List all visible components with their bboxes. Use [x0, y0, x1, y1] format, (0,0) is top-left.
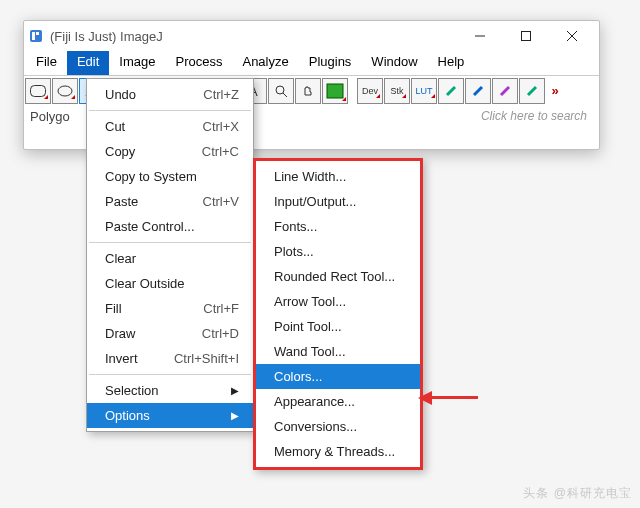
options-point-tool[interactable]: Point Tool...	[256, 314, 420, 339]
options-input-output[interactable]: Input/Output...	[256, 189, 420, 214]
menu-plugins[interactable]: Plugins	[299, 51, 362, 75]
tool-zoom[interactable]	[268, 78, 294, 104]
menu-item-clear-outside[interactable]: Clear Outside	[87, 271, 253, 296]
options-dropdown: Line Width... Input/Output... Fonts... P…	[253, 158, 423, 470]
tool-brush-3[interactable]	[492, 78, 518, 104]
options-arrow-tool[interactable]: Arrow Tool...	[256, 289, 420, 314]
menu-separator	[89, 110, 251, 111]
menu-item-paste[interactable]: PasteCtrl+V	[87, 189, 253, 214]
menu-item-fill[interactable]: FillCtrl+F	[87, 296, 253, 321]
menu-item-clear[interactable]: Clear	[87, 246, 253, 271]
fiji-app-icon	[28, 28, 44, 44]
search-hint[interactable]: Click here to search	[481, 109, 587, 123]
options-rounded-rect[interactable]: Rounded Rect Tool...	[256, 264, 420, 289]
menu-separator	[89, 374, 251, 375]
toolbar-more-icon[interactable]: »	[546, 83, 564, 98]
tool-rectangle[interactable]	[25, 78, 51, 104]
svg-rect-4	[522, 32, 531, 41]
svg-line-22	[501, 87, 509, 95]
tool-hand[interactable]	[295, 78, 321, 104]
menubar: File Edit Image Process Analyze Plugins …	[24, 51, 599, 75]
svg-rect-0	[30, 30, 42, 42]
svg-line-21	[474, 87, 482, 95]
options-line-width[interactable]: Line Width...	[256, 164, 420, 189]
menu-image[interactable]: Image	[109, 51, 165, 75]
menu-process[interactable]: Process	[166, 51, 233, 75]
svg-point-8	[58, 86, 72, 96]
tool-stk[interactable]: Stk	[384, 78, 410, 104]
edit-dropdown: UndoCtrl+Z CutCtrl+X CopyCtrl+C Copy to …	[86, 78, 254, 432]
titlebar: (Fiji Is Just) ImageJ	[24, 21, 599, 51]
submenu-caret-icon: ▶	[231, 410, 239, 421]
window-title: (Fiji Is Just) ImageJ	[50, 29, 457, 44]
tool-color-picker[interactable]	[322, 78, 348, 104]
maximize-button[interactable]	[503, 21, 549, 51]
menu-item-undo[interactable]: UndoCtrl+Z	[87, 82, 253, 107]
options-conversions[interactable]: Conversions...	[256, 414, 420, 439]
menu-item-draw[interactable]: DrawCtrl+D	[87, 321, 253, 346]
menu-item-cut[interactable]: CutCtrl+X	[87, 114, 253, 139]
menu-edit[interactable]: Edit	[67, 51, 109, 75]
annotation-arrow-icon	[418, 391, 478, 405]
tool-dev[interactable]: Dev	[357, 78, 383, 104]
options-fonts[interactable]: Fonts...	[256, 214, 420, 239]
tool-brush-1[interactable]	[438, 78, 464, 104]
svg-rect-1	[32, 32, 35, 40]
menu-analyze[interactable]: Analyze	[232, 51, 298, 75]
tool-oval[interactable]	[52, 78, 78, 104]
menu-item-selection[interactable]: Selection▶	[87, 378, 253, 403]
status-text: Polygo	[30, 109, 70, 124]
menu-item-copy[interactable]: CopyCtrl+C	[87, 139, 253, 164]
submenu-caret-icon: ▶	[231, 385, 239, 396]
menu-item-invert[interactable]: InvertCtrl+Shift+I	[87, 346, 253, 371]
menu-separator	[89, 242, 251, 243]
tool-brush-4[interactable]	[519, 78, 545, 104]
minimize-button[interactable]	[457, 21, 503, 51]
menu-item-options[interactable]: Options▶	[87, 403, 253, 428]
svg-rect-2	[36, 32, 39, 35]
svg-point-17	[276, 86, 284, 94]
menu-file[interactable]: File	[26, 51, 67, 75]
svg-line-20	[447, 87, 455, 95]
options-plots[interactable]: Plots...	[256, 239, 420, 264]
svg-line-18	[283, 93, 287, 97]
tool-brush-2[interactable]	[465, 78, 491, 104]
svg-rect-19	[327, 84, 343, 98]
menu-window[interactable]: Window	[361, 51, 427, 75]
tool-lut[interactable]: LUT	[411, 78, 437, 104]
watermark-text: 头条 @科研充电宝	[523, 485, 632, 502]
options-colors[interactable]: Colors...	[256, 364, 420, 389]
menu-item-copy-to-system[interactable]: Copy to System	[87, 164, 253, 189]
close-button[interactable]	[549, 21, 595, 51]
svg-line-23	[528, 87, 536, 95]
options-appearance[interactable]: Appearance...	[256, 389, 420, 414]
svg-rect-7	[31, 85, 46, 96]
options-memory-threads[interactable]: Memory & Threads...	[256, 439, 420, 464]
menu-help[interactable]: Help	[428, 51, 475, 75]
menu-item-paste-control[interactable]: Paste Control...	[87, 214, 253, 239]
options-wand-tool[interactable]: Wand Tool...	[256, 339, 420, 364]
